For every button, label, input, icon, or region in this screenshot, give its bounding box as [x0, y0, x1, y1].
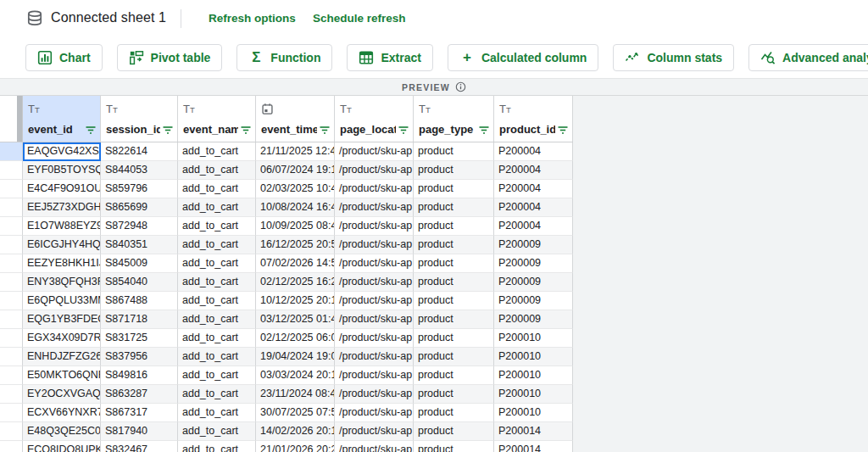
cell-page_type[interactable]: product — [414, 310, 494, 329]
cell-event_id[interactable]: E1O7W88EYZ9S — [23, 217, 101, 236]
cell-session_id[interactable]: S859796 — [101, 180, 178, 198]
row-gutter-cell[interactable] — [0, 180, 23, 198]
cell-page_location[interactable]: /product/sku-ap — [335, 385, 414, 404]
cell-event_name[interactable]: add_to_cart — [178, 404, 256, 422]
cell-event_name[interactable]: add_to_cart — [178, 366, 256, 385]
row-gutter-cell[interactable] — [0, 254, 23, 273]
cell-event_name[interactable]: add_to_cart — [178, 422, 256, 441]
cell-event_id[interactable]: E4C4F9O91OUV — [23, 180, 101, 198]
cell-page_location[interactable]: /product/sku-ap — [335, 236, 414, 254]
cell-session_id[interactable]: S837956 — [101, 348, 178, 366]
cell-page_location[interactable]: /product/sku-ap — [335, 348, 414, 366]
cell-event_id[interactable]: EEZYE8HKH1IJ9 — [23, 254, 101, 273]
filter-icon[interactable] — [240, 124, 252, 135]
column-header-event_name[interactable]: TTevent_name — [178, 96, 256, 142]
cell-session_id[interactable]: S865699 — [101, 198, 178, 217]
cell-event_name[interactable]: add_to_cart — [178, 310, 256, 329]
schedule-refresh-link[interactable]: Schedule refresh — [313, 12, 406, 25]
cell-page_location[interactable]: /product/sku-ap — [335, 198, 414, 217]
row-gutter-cell[interactable] — [0, 385, 23, 404]
column-header-session_id[interactable]: TTsession_id — [101, 96, 178, 142]
cell-page_location[interactable]: /product/sku-ap — [335, 310, 414, 329]
cell-event_time[interactable]: 14/02/2026 20:1 — [256, 422, 335, 441]
column-header-event_time[interactable]: event_time — [256, 96, 335, 142]
cell-session_id[interactable]: S863287 — [101, 385, 178, 404]
cell-page_type[interactable]: product — [414, 142, 494, 161]
cell-page_type[interactable]: product — [414, 404, 494, 422]
cell-event_time[interactable]: 21/11/2025 12:4 — [256, 142, 335, 161]
cell-product_id[interactable]: P200004 — [494, 142, 573, 161]
cell-page_location[interactable]: /product/sku-ap — [335, 217, 414, 236]
row-gutter-cell[interactable] — [0, 348, 23, 366]
cell-product_id[interactable]: P200009 — [494, 310, 573, 329]
column-header-page_location[interactable]: TTpage_location — [335, 96, 414, 142]
cell-event_name[interactable]: add_to_cart — [178, 236, 256, 254]
cell-session_id[interactable]: S832467 — [101, 441, 178, 452]
cell-page_type[interactable]: product — [414, 254, 494, 273]
column-header-page_type[interactable]: TTpage_type — [414, 96, 494, 142]
cell-event_id[interactable]: ENY38QFQH3F7 — [23, 273, 101, 292]
grid-corner-cell[interactable] — [0, 96, 23, 142]
row-gutter-cell[interactable] — [0, 441, 23, 452]
cell-product_id[interactable]: P200009 — [494, 273, 573, 292]
cell-page_location[interactable]: /product/sku-ap — [335, 441, 414, 452]
row-gutter-cell[interactable] — [0, 273, 23, 292]
cell-event_id[interactable]: EEJ5Z73XDGHB — [23, 198, 101, 217]
row-gutter-cell[interactable] — [0, 404, 23, 422]
cell-page_location[interactable]: /product/sku-ap — [335, 404, 414, 422]
row-gutter-cell[interactable] — [0, 292, 23, 310]
toolbar-button-extract[interactable]: Extract — [347, 44, 432, 71]
cell-session_id[interactable]: S867317 — [101, 404, 178, 422]
cell-event_id[interactable]: E48Q3QE25C05 — [23, 422, 101, 441]
cell-event_id[interactable]: ECQ8IDQ8UPK2 — [23, 441, 101, 452]
cell-page_type[interactable]: product — [414, 385, 494, 404]
cell-event_name[interactable]: add_to_cart — [178, 142, 256, 161]
toolbar-button-pivot-table[interactable]: Pivot table — [117, 44, 223, 71]
cell-event_time[interactable]: 21/01/2026 20:2 — [256, 441, 335, 452]
cell-event_time[interactable]: 06/07/2024 19:1 — [256, 161, 335, 180]
cell-page_location[interactable]: /product/sku-ap — [335, 180, 414, 198]
cell-page_type[interactable]: product — [414, 236, 494, 254]
cell-session_id[interactable]: S867488 — [101, 292, 178, 310]
cell-session_id[interactable]: S845009 — [101, 254, 178, 273]
cell-event_time[interactable]: 19/04/2024 19:0 — [256, 348, 335, 366]
cell-event_id[interactable]: EYF0B5TOYSQ8 — [23, 161, 101, 180]
row-gutter-cell[interactable] — [0, 198, 23, 217]
row-gutter-cell[interactable] — [0, 161, 23, 180]
row-gutter-cell[interactable] — [0, 142, 23, 161]
info-icon[interactable] — [455, 81, 466, 92]
toolbar-button-chart[interactable]: Chart — [25, 44, 103, 71]
row-gutter-cell[interactable] — [0, 236, 23, 254]
cell-event_name[interactable]: add_to_cart — [178, 292, 256, 310]
cell-event_name[interactable]: add_to_cart — [178, 348, 256, 366]
filter-icon[interactable] — [319, 124, 331, 135]
cell-event_name[interactable]: add_to_cart — [178, 180, 256, 198]
cell-event_time[interactable]: 07/02/2026 14:5 — [256, 254, 335, 273]
cell-event_time[interactable]: 03/12/2025 01:4 — [256, 310, 335, 329]
cell-page_type[interactable]: product — [414, 217, 494, 236]
cell-page_type[interactable]: product — [414, 198, 494, 217]
cell-page_location[interactable]: /product/sku-ap — [335, 254, 414, 273]
cell-page_type[interactable]: product — [414, 329, 494, 348]
cell-event_time[interactable]: 10/12/2025 20:1 — [256, 292, 335, 310]
cell-event_name[interactable]: add_to_cart — [178, 273, 256, 292]
cell-event_id[interactable]: E50MKTO6QNFJ — [23, 366, 101, 385]
toolbar-button-column-stats[interactable]: Column stats — [613, 44, 734, 71]
cell-product_id[interactable]: P200009 — [494, 236, 573, 254]
cell-page_location[interactable]: /product/sku-ap — [335, 273, 414, 292]
cell-event_name[interactable]: add_to_cart — [178, 329, 256, 348]
cell-page_type[interactable]: product — [414, 180, 494, 198]
cell-product_id[interactable]: P200010 — [494, 366, 573, 385]
cell-session_id[interactable]: S872948 — [101, 217, 178, 236]
cell-product_id[interactable]: P200009 — [494, 292, 573, 310]
cell-event_time[interactable]: 10/08/2024 16:4 — [256, 198, 335, 217]
cell-product_id[interactable]: P200004 — [494, 180, 573, 198]
cell-event_id[interactable]: EAQGVG42XSXA — [23, 142, 101, 161]
column-header-event_id[interactable]: TTevent_id — [23, 96, 101, 142]
cell-event_id[interactable]: EY2OCXVGAQ3V — [23, 385, 101, 404]
cell-session_id[interactable]: S844053 — [101, 161, 178, 180]
cell-product_id[interactable]: P200009 — [494, 254, 573, 273]
cell-page_type[interactable]: product — [414, 366, 494, 385]
toolbar-button-calculated-column[interactable]: +Calculated column — [448, 44, 598, 71]
cell-event_id[interactable]: E6QPQLU33MM — [23, 292, 101, 310]
